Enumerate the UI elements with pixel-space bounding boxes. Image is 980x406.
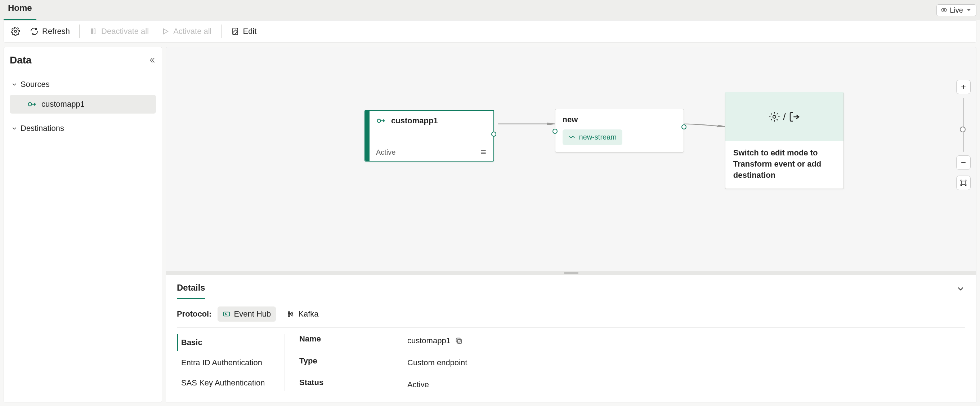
activate-all-label: Activate all <box>173 27 212 36</box>
edit-label: Edit <box>243 27 257 36</box>
node-stream-title: new <box>563 115 676 125</box>
svg-point-1 <box>14 30 17 32</box>
source-item-customapp1[interactable]: customapp1 <box>10 95 156 113</box>
kafka-icon <box>287 310 294 318</box>
data-side-panel: Data Sources customapp1 Destinations <box>3 47 162 403</box>
output-port[interactable] <box>491 132 496 137</box>
protocol-label: Protocol: <box>177 309 212 319</box>
details-panel: Details Protocol: Event Hub Kaf <box>165 275 977 403</box>
prop-type-label: Type <box>299 356 407 369</box>
node-source-title: customapp1 <box>391 116 438 125</box>
chevron-down-icon <box>965 6 972 14</box>
fit-to-view-button[interactable] <box>956 176 970 190</box>
svg-point-0 <box>943 10 945 11</box>
protocol-option-eventhub[interactable]: Event Hub <box>218 307 276 321</box>
node-stream-new[interactable]: new new-stream <box>555 109 684 152</box>
transform-icon <box>768 111 780 123</box>
svg-rect-8 <box>223 312 229 316</box>
zoom-controls <box>956 80 971 190</box>
flow-canvas[interactable]: customapp1 Active new <box>165 47 977 271</box>
destination-placeholder-head: / <box>725 92 843 141</box>
node-accent-stripe <box>365 111 369 161</box>
edit-icon <box>231 27 240 36</box>
prop-type-value: Custom endpoint <box>407 358 467 368</box>
refresh-label: Refresh <box>42 27 70 36</box>
chevron-down-icon[interactable] <box>956 284 965 294</box>
node-source-status: Active <box>376 148 395 157</box>
sub-section-basic[interactable]: Basic <box>177 334 285 351</box>
eventhub-icon <box>223 310 231 318</box>
svg-point-5 <box>377 119 381 122</box>
svg-point-6 <box>773 115 776 118</box>
prop-name-value: customapp1 <box>407 336 450 345</box>
protocol-eventhub-label: Event Hub <box>234 309 271 319</box>
zoom-out-button[interactable] <box>956 155 970 170</box>
eye-icon <box>940 6 948 14</box>
toolbar-separator <box>221 24 221 38</box>
refresh-button[interactable]: Refresh <box>25 24 75 39</box>
side-panel-title: Data <box>10 54 32 66</box>
chevron-down-icon <box>11 81 18 88</box>
node-source-customapp1[interactable]: customapp1 Active <box>364 110 494 161</box>
stream-icon <box>568 133 576 141</box>
svg-point-10 <box>288 315 290 317</box>
prop-status-label: Status <box>299 378 407 391</box>
toolbar-separator <box>79 24 80 38</box>
chevron-down-icon <box>11 125 18 132</box>
stream-chip[interactable]: new-stream <box>563 129 622 145</box>
tree-section-destinations[interactable]: Destinations <box>10 120 156 137</box>
zoom-slider[interactable] <box>963 98 964 152</box>
edit-button[interactable]: Edit <box>226 24 262 39</box>
svg-rect-3 <box>94 29 95 34</box>
svg-rect-15 <box>456 338 460 342</box>
destination-placeholder-text: Switch to edit mode to Transform event o… <box>725 141 843 189</box>
svg-point-11 <box>288 313 290 315</box>
destinations-label: Destinations <box>21 124 64 133</box>
live-label: Live <box>950 6 963 14</box>
sub-section-sas[interactable]: SAS Key Authentication <box>177 375 285 391</box>
prop-status-value: Active <box>407 380 429 389</box>
protocol-option-kafka[interactable]: Kafka <box>282 307 323 321</box>
tree-section-sources[interactable]: Sources <box>10 76 156 93</box>
deactivate-all-label: Deactivate all <box>101 27 149 36</box>
horizontal-splitter[interactable] <box>165 271 977 275</box>
zoom-slider-thumb[interactable] <box>960 126 966 132</box>
endpoint-icon <box>27 99 37 109</box>
zoom-in-button[interactable] <box>956 80 970 94</box>
stream-chip-label: new-stream <box>579 133 617 141</box>
tab-details[interactable]: Details <box>177 278 205 299</box>
endpoint-icon <box>376 116 386 126</box>
command-bar: Refresh Deactivate all Activate all Edit <box>3 20 977 43</box>
svg-rect-7 <box>962 181 965 185</box>
menu-icon[interactable] <box>480 149 487 156</box>
svg-point-12 <box>292 312 293 314</box>
gear-icon <box>11 27 20 36</box>
tab-home[interactable]: Home <box>3 0 37 20</box>
svg-point-9 <box>288 312 290 313</box>
node-destination-placeholder[interactable]: / Switch to edit mode to Transform event… <box>725 92 844 189</box>
input-port[interactable] <box>552 129 558 134</box>
play-icon <box>161 27 170 36</box>
svg-rect-14 <box>457 340 461 344</box>
protocol-kafka-label: Kafka <box>298 309 318 319</box>
svg-point-13 <box>292 315 293 316</box>
copy-icon[interactable] <box>455 337 463 345</box>
pause-icon <box>89 27 98 36</box>
prop-name-label: Name <box>299 334 407 348</box>
source-item-label: customapp1 <box>41 99 84 109</box>
deactivate-all-button: Deactivate all <box>84 24 154 39</box>
sub-section-entra[interactable]: Entra ID Authentication <box>177 355 285 371</box>
refresh-icon <box>30 27 38 36</box>
collapse-icon[interactable] <box>148 56 156 64</box>
svg-rect-2 <box>91 29 92 34</box>
live-mode-dropdown[interactable]: Live <box>936 4 977 16</box>
settings-button[interactable] <box>8 24 23 38</box>
activate-all-button: Activate all <box>156 24 216 39</box>
svg-point-4 <box>29 102 32 105</box>
sources-label: Sources <box>21 80 50 89</box>
details-sub-sections: Basic Entra ID Authentication SAS Key Au… <box>177 334 285 391</box>
details-properties: Name customapp1 Type Custom endpoint Sta… <box>299 334 965 391</box>
export-icon <box>789 111 800 123</box>
output-port[interactable] <box>681 125 686 129</box>
